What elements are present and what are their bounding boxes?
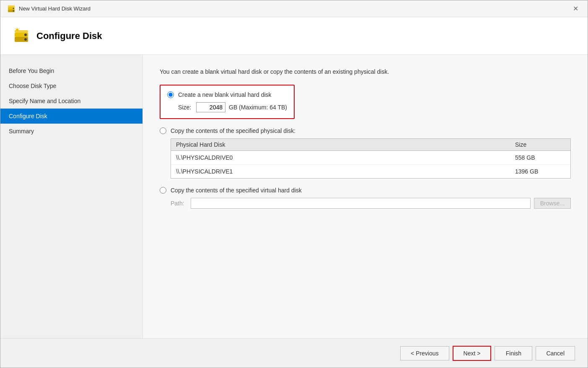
- table-header: Physical Hard Disk Size: [171, 139, 570, 151]
- copy-physical-section: Copy the contents of the specified physi…: [160, 127, 571, 179]
- size-unit: GB (Maximum: 64 TB): [229, 104, 287, 111]
- svg-point-3: [13, 10, 14, 11]
- header-icon: [13, 28, 30, 44]
- close-button[interactable]: ✕: [570, 4, 581, 13]
- physical-disk-table: Physical Hard Disk Size \\.\PHYSICALDRIV…: [171, 138, 571, 179]
- sidebar-item-choose-disk-type[interactable]: Choose Disk Type: [0, 78, 142, 93]
- svg-point-9: [24, 34, 27, 36]
- table-row[interactable]: \\.\PHYSICALDRIVE1 1396 GB: [171, 165, 570, 178]
- finish-button[interactable]: Finish: [495, 346, 532, 360]
- size-row: Size: GB (Maximum: 64 TB): [178, 102, 287, 112]
- browse-button[interactable]: Browse...: [534, 198, 571, 209]
- size-label: Size:: [178, 104, 193, 111]
- copy-physical-row: Copy the contents of the specified physi…: [160, 127, 571, 134]
- path-input[interactable]: [191, 198, 531, 209]
- description-text: You can create a blank virtual hard disk…: [160, 67, 571, 76]
- new-disk-option-row: Create a new blank virtual hard disk: [167, 91, 287, 98]
- next-button[interactable]: Next >: [453, 346, 492, 361]
- footer: < Previous Next > Finish Cancel: [0, 338, 588, 368]
- sidebar-item-specify-name-location[interactable]: Specify Name and Location: [0, 93, 142, 109]
- svg-point-4: [13, 8, 14, 9]
- sidebar-item-configure-disk[interactable]: Configure Disk: [0, 109, 142, 124]
- main-content: You can create a blank virtual hard disk…: [143, 55, 588, 338]
- copy-physical-radio[interactable]: [160, 127, 166, 134]
- col-header-size: Size: [515, 141, 565, 148]
- drive0-name: \\.\PHYSICALDRIVE0: [176, 154, 515, 161]
- svg-rect-2: [8, 5, 15, 7]
- sidebar-item-summary[interactable]: Summary: [0, 124, 142, 139]
- copy-virtual-label: Copy the contents of the specified virtu…: [171, 187, 302, 194]
- content-area: Before You Begin Choose Disk Type Specif…: [0, 55, 588, 338]
- sidebar-item-before-you-begin[interactable]: Before You Begin: [0, 63, 142, 78]
- title-bar: New Virtual Hard Disk Wizard ✕: [0, 0, 588, 17]
- new-disk-option-box: Create a new blank virtual hard disk Siz…: [160, 85, 295, 119]
- copy-physical-label: Copy the contents of the specified physi…: [171, 127, 295, 134]
- svg-line-13: [15, 29, 16, 29]
- cancel-button[interactable]: Cancel: [536, 346, 575, 360]
- page-header: Configure Disk: [0, 17, 588, 55]
- window-icon: [7, 5, 16, 13]
- title-bar-left: New Virtual Hard Disk Wizard: [7, 5, 91, 13]
- new-disk-radio[interactable]: [167, 91, 174, 98]
- page-title: Configure Disk: [36, 31, 102, 41]
- svg-line-12: [19, 29, 19, 29]
- table-row[interactable]: \\.\PHYSICALDRIVE0 558 GB: [171, 151, 570, 165]
- copy-virtual-radio[interactable]: [160, 187, 166, 194]
- previous-button[interactable]: < Previous: [400, 346, 449, 360]
- window-title: New Virtual Hard Disk Wizard: [19, 5, 91, 12]
- drive1-size: 1396 GB: [515, 168, 565, 175]
- copy-virtual-row: Copy the contents of the specified virtu…: [160, 187, 571, 194]
- drive0-size: 558 GB: [515, 154, 565, 161]
- svg-point-10: [16, 29, 18, 31]
- col-header-name: Physical Hard Disk: [176, 141, 515, 148]
- svg-point-8: [24, 38, 27, 41]
- copy-virtual-section: Copy the contents of the specified virtu…: [160, 187, 571, 209]
- size-input[interactable]: [196, 102, 225, 112]
- new-disk-label: Create a new blank virtual hard disk: [178, 91, 272, 98]
- wizard-window: New Virtual Hard Disk Wizard ✕ Configure…: [0, 0, 588, 368]
- drive1-name: \\.\PHYSICALDRIVE1: [176, 168, 515, 175]
- path-label: Path:: [171, 200, 187, 207]
- sidebar: Before You Begin Choose Disk Type Specif…: [0, 55, 143, 338]
- path-row: Path: Browse...: [171, 198, 571, 209]
